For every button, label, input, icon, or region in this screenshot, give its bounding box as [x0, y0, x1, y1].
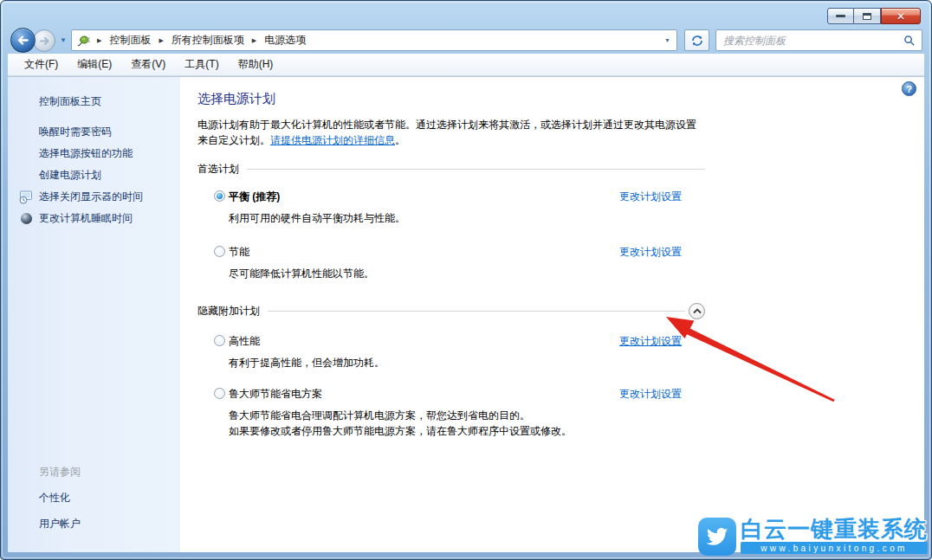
sidebar-item-create-power-plan[interactable]: 创建电源计划 — [8, 164, 180, 186]
breadcrumb-control-panel[interactable]: 控制面板 — [108, 31, 152, 49]
radio-power-saver[interactable] — [214, 246, 225, 257]
section-divider — [268, 311, 685, 312]
forward-button[interactable] — [33, 29, 55, 52]
recent-pages-dropdown[interactable]: ▼ — [60, 36, 67, 44]
sidebar-item-control-panel-home[interactable]: 控制面板主页 — [39, 94, 180, 109]
watermark-bird-icon — [698, 518, 736, 556]
back-arrow-icon — [16, 33, 30, 48]
plan-row-balanced: 平衡 (推荐) 更改计划设置 利用可用的硬件自动平衡功耗与性能。 — [229, 190, 701, 225]
plan-description: 利用可用的硬件自动平衡功耗与性能。 — [229, 211, 701, 225]
change-plan-settings-link-power-saver[interactable]: 更改计划设置 — [619, 245, 682, 260]
see-also-header: 另请参阅 — [39, 465, 81, 480]
watermark-title: 白云一键重装系统 — [741, 518, 928, 541]
section-divider — [247, 169, 705, 170]
breadcrumb-power-options[interactable]: 电源选项 — [263, 31, 307, 49]
plan-description: 有利于提高性能，但会增加功耗。 — [229, 356, 701, 370]
watermark: 白云一键重装系统 www.baiyunxitong.com — [698, 518, 928, 556]
breadcrumb-separator-icon: ▶ — [252, 37, 256, 44]
help-icon: ? — [906, 84, 912, 94]
change-plan-settings-link-balanced[interactable]: 更改计划设置 — [619, 190, 682, 204]
plan-description: 尽可能降低计算机性能以节能。 — [229, 267, 701, 280]
display-clock-icon — [17, 190, 35, 204]
intro-text: 电源计划有助于最大化计算机的性能或者节能。通过选择计划来将其激活，或选择计划并通… — [197, 117, 924, 148]
refresh-button[interactable] — [684, 29, 709, 51]
plan-name: 节能 — [229, 246, 249, 258]
change-plan-settings-link-high-performance[interactable]: 更改计划设置 — [619, 334, 682, 349]
page-title: 选择电源计划 — [197, 91, 924, 107]
plan-details-link[interactable]: 请提供电源计划的详细信息 — [270, 134, 395, 146]
menu-help[interactable]: 帮助(H) — [229, 54, 283, 75]
watermark-url: www.baiyunxitong.com — [741, 542, 928, 554]
sleep-sphere-icon — [17, 213, 35, 224]
plan-row-high-performance: 高性能 更改计划设置 有利于提高性能，但会增加功耗。 — [229, 334, 701, 370]
back-button[interactable] — [10, 28, 36, 53]
breadcrumb-all-items[interactable]: 所有控制面板项 — [171, 31, 245, 49]
sidebar-item-change-sleep-time[interactable]: 更改计算机睡眠时间 — [8, 208, 180, 229]
radio-ludashi[interactable] — [214, 388, 225, 399]
menu-edit[interactable]: 编辑(E) — [68, 54, 121, 75]
plan-description: 鲁大师节能省电合理调配计算机电源方案，帮您达到省电的目的。 — [229, 409, 701, 422]
search-box — [715, 29, 922, 51]
minimize-icon — [836, 15, 845, 17]
plan-row-power-saver: 节能 更改计划设置 尽可能降低计算机性能以节能。 — [229, 245, 701, 280]
plan-name: 高性能 — [229, 335, 260, 347]
maximize-button[interactable] — [854, 8, 881, 24]
menu-tools[interactable]: 工具(T) — [175, 54, 228, 75]
refresh-icon — [690, 34, 704, 48]
intro-line1: 电源计划有助于最大化计算机的性能或者节能。通过选择计划来将其激活，或选择计划并通… — [197, 117, 924, 132]
power-options-icon — [76, 34, 90, 48]
search-input[interactable] — [716, 35, 903, 47]
change-plan-settings-link-ludashi[interactable]: 更改计划设置 — [619, 387, 682, 402]
close-button[interactable]: ✕ — [881, 8, 921, 24]
breadcrumb-separator-icon: ▶ — [97, 37, 101, 44]
radio-high-performance[interactable] — [214, 335, 225, 346]
sidebar: 控制面板主页 唤醒时需要密码 选择电源按钮的功能 创建电源计划 选择关闭显示器的… — [8, 77, 180, 552]
help-button[interactable]: ? — [902, 81, 916, 96]
section-header: 隐藏附加计划 — [197, 304, 268, 319]
collapse-section-button[interactable] — [689, 303, 705, 319]
search-icon[interactable] — [903, 35, 916, 47]
menu-file[interactable]: 文件(F) — [15, 54, 68, 75]
window-controls: ✕ — [827, 8, 921, 24]
plan-row-ludashi: 鲁大师节能省电方案 更改计划设置 鲁大师节能省电合理调配计算机电源方案，帮您达到… — [229, 387, 701, 438]
address-dropdown-icon[interactable]: ▼ — [664, 37, 670, 43]
plan-name: 鲁大师节能省电方案 — [229, 388, 322, 400]
radio-balanced[interactable] — [214, 190, 225, 202]
intro-line2: 来自定义计划。请提供电源计划的详细信息。 — [197, 132, 924, 148]
forward-arrow-icon — [38, 35, 51, 48]
section-preferred-plans: 首选计划 — [197, 162, 705, 177]
breadcrumb-separator-icon: ▶ — [159, 37, 163, 44]
menu-bar: 文件(F) 编辑(E) 查看(V) 工具(T) 帮助(H) — [8, 54, 924, 76]
plan-name: 平衡 (推荐) — [229, 190, 280, 203]
see-also-section: 另请参阅 个性化 用户帐户 — [39, 465, 81, 531]
sidebar-item-personalization[interactable]: 个性化 — [39, 491, 81, 505]
minimize-button[interactable] — [827, 8, 854, 24]
sidebar-item-power-button-function[interactable]: 选择电源按钮的功能 — [8, 143, 180, 164]
sidebar-item-display-off-time[interactable]: 选择关闭显示器的时间 — [8, 186, 180, 208]
main-panel: ? 选择电源计划 电源计划有助于最大化计算机的性能或者节能。通过选择计划来将其激… — [180, 77, 924, 552]
address-bar[interactable]: ▶ 控制面板 ▶ 所有控制面板项 ▶ 电源选项 ▼ — [71, 29, 677, 51]
window-content: 控制面板主页 唤醒时需要密码 选择电源按钮的功能 创建电源计划 选择关闭显示器的… — [8, 76, 924, 552]
section-header: 首选计划 — [197, 162, 247, 177]
restore-icon — [863, 13, 871, 20]
menu-view[interactable]: 查看(V) — [121, 54, 175, 75]
chevron-up-icon — [693, 308, 702, 314]
plan-description-line2: 如果要修改或者停用鲁大师节能电源方案，请在鲁大师程序中设置或修改。 — [229, 424, 701, 438]
close-icon: ✕ — [896, 10, 905, 23]
sidebar-item-password-on-wake[interactable]: 唤醒时需要密码 — [8, 121, 180, 143]
section-hidden-plans: 隐藏附加计划 — [197, 303, 705, 319]
sidebar-item-user-accounts[interactable]: 用户帐户 — [39, 517, 81, 531]
